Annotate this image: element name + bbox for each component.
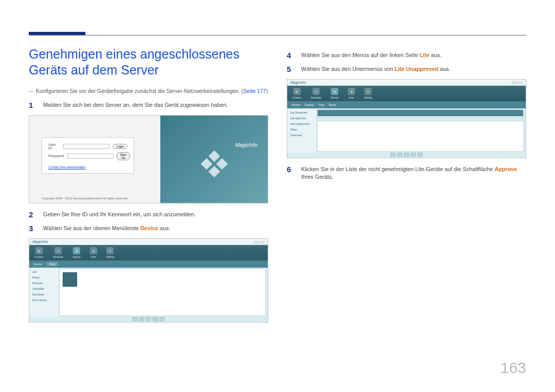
login-panel: User ID Login Password Sign Up Contact t… [42, 137, 134, 174]
gear-icon: ⚙ [106, 247, 114, 254]
step-3-text: Wählen Sie aus der oberen Menüleiste Dev… [43, 225, 170, 232]
user-id-label: User ID [48, 143, 60, 150]
toolbar-schedule[interactable]: ◔Schedule [311, 88, 322, 99]
password-label: Password [48, 154, 64, 158]
header-rule [29, 35, 526, 35]
subtab-time[interactable]: Time [318, 103, 324, 106]
sidebar-item[interactable]: Lite [31, 270, 57, 274]
lead-tail: ) [266, 88, 268, 94]
step-number: 2 [29, 211, 36, 218]
page-title: Genehmigen eines angeschlossenes Geräts … [29, 46, 268, 79]
subtab-display[interactable]: Display [305, 103, 314, 106]
toolbar-device[interactable]: ▣Device [72, 247, 80, 258]
sidebar-item[interactable]: Setup [289, 127, 314, 132]
figure-login: MagicInfo User ID Login Password Sign Up [29, 115, 268, 203]
main-pane [317, 109, 524, 152]
sidebar-item[interactable]: Error History [31, 298, 57, 302]
login-copyright: Copyright 2009 - 2012 Samsung Electronic… [42, 197, 128, 200]
sidebar-item[interactable]: Download [31, 292, 57, 296]
schedule-icon: ◔ [312, 88, 320, 95]
step-number: 6 [287, 165, 294, 180]
sidebar-item[interactable]: Premium [31, 281, 57, 285]
subbar: Monitor Display Time Setup [287, 101, 526, 108]
step-2-text: Geben Sie Ihre ID und Ihr Kennwort ein, … [43, 211, 196, 218]
step-5-highlight: Lite Unapproved [395, 66, 438, 72]
step-4-highlight: Lite [419, 52, 429, 58]
user-id-input[interactable] [63, 144, 109, 149]
step-3-highlight: Device [140, 225, 158, 231]
toolbar-device[interactable]: ▣Device [330, 88, 338, 99]
sidebar-item[interactable]: VideoWall [31, 287, 57, 291]
step-6-text: Klicken Sie in der Liste der nicht geneh… [301, 165, 526, 180]
page-number: 163 [501, 359, 526, 377]
step-6-pre: Klicken Sie in der Liste der nicht geneh… [301, 166, 494, 172]
sidebar-item[interactable]: Lite Approved [289, 116, 314, 120]
pager-last[interactable] [417, 153, 422, 157]
table-row[interactable] [318, 116, 523, 121]
password-input[interactable] [67, 154, 114, 159]
pager-page[interactable] [146, 317, 151, 321]
figure-lite-app: MagicInfo ▢ ▢ ▢ ▦Content ◔Schedule ▣Devi… [287, 79, 526, 158]
step-3: 3 Wählen Sie aus der oberen Menüleiste D… [29, 225, 268, 232]
login-bg-right: MagicInfo [160, 116, 268, 203]
step-6-post: Ihres Geräts. [301, 174, 333, 180]
contact-admin-link[interactable]: Contact the administrator [48, 165, 86, 169]
app-brand: MagicInfo [32, 240, 48, 244]
content-icon: ▦ [293, 88, 301, 95]
step-4-pre: Wählen Sie aus den Menüs auf der linken … [301, 52, 419, 58]
toolbar-schedule[interactable]: ◔Schedule [53, 247, 64, 258]
step-5-post: aus. [438, 66, 450, 72]
step-4: 4 Wählen Sie aus den Menüs auf der linke… [287, 51, 526, 59]
sidebar-item-lite-unapproved[interactable]: Lite Unapproved [289, 122, 314, 126]
user-icon: ◉ [348, 88, 355, 95]
app-toolbar: ▦Content ◔Schedule ▣Device ◉User ⚙Settin… [29, 245, 268, 260]
pager-page[interactable] [404, 153, 409, 157]
toolbar-user[interactable]: ◉User [90, 247, 97, 258]
subtab-monitor[interactable]: Monitor [291, 103, 301, 106]
device-icon: ▣ [331, 88, 338, 95]
window-controls-icon: ▢ ▢ ▢ [512, 81, 523, 84]
step-5: 5 Wählen Sie aus den Untermenüs von Lite… [287, 65, 526, 73]
user-icon: ◉ [90, 247, 97, 254]
pager-first[interactable] [391, 153, 396, 157]
login-button[interactable]: Login [113, 144, 127, 149]
toolbar-content[interactable]: ▦Content [34, 247, 44, 258]
step-number: 5 [287, 65, 294, 73]
pager-next[interactable] [153, 317, 158, 321]
pager-last[interactable] [159, 317, 164, 321]
toolbar-content[interactable]: ▦Content [292, 88, 302, 99]
sidebar-item[interactable]: Download [289, 133, 314, 137]
step-number: 3 [29, 225, 36, 232]
toolbar-user[interactable]: ◉User [348, 88, 355, 99]
content-icon: ▦ [35, 247, 43, 254]
step-number: 1 [29, 101, 36, 109]
login-brand: MagicInfo [235, 142, 257, 148]
subtab-device[interactable]: Device [33, 263, 42, 266]
pager [133, 317, 164, 321]
step-5-pre: Wählen Sie aus den Untermenüs von [301, 66, 395, 72]
toolbar-setting[interactable]: ⚙Setting [106, 247, 115, 258]
main-pane [59, 269, 266, 316]
step-4-post: aus. [430, 52, 441, 58]
toolbar-setting[interactable]: ⚙Setting [364, 88, 373, 99]
step-6: 6 Klicken Sie in der Liste der nicht gen… [287, 165, 526, 180]
pager-prev[interactable] [397, 153, 402, 157]
diamond-icon [202, 152, 226, 176]
sidebar: Lite Player Premium VideoWall Download E… [29, 268, 59, 317]
sidebar-item[interactable]: Player [31, 275, 57, 279]
pager-next[interactable] [411, 153, 416, 157]
step-1-text: Melden Sie sich bei dem Server an, dem S… [43, 101, 228, 109]
app-toolbar: ▦Content ◔Schedule ▣Device ◉User ⚙Settin… [287, 86, 526, 101]
window-controls-icon: ▢ ▢ ▢ [254, 240, 265, 244]
step-3-pre: Wählen Sie aus der oberen Menüleiste [43, 225, 140, 231]
sidebar: Lite Scheduled Lite Approved Lite Unappr… [287, 108, 317, 153]
signup-button[interactable]: Sign Up [117, 152, 130, 160]
device-thumbnail[interactable] [63, 272, 77, 287]
sidebar-item[interactable]: Lite Scheduled [289, 110, 314, 115]
lead-page-link[interactable]: Seite 177 [243, 88, 266, 94]
subtab-setup[interactable]: Setup [328, 103, 336, 106]
view-pill[interactable]: View [46, 262, 59, 266]
step-6-highlight: Approve [494, 166, 517, 172]
pager-prev[interactable] [139, 317, 144, 321]
pager-first[interactable] [133, 317, 138, 321]
